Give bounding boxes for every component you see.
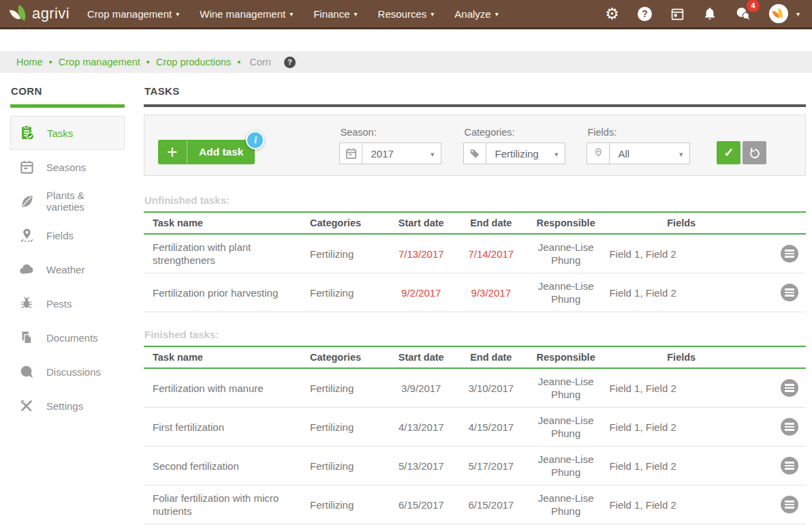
- calendar-icon[interactable]: [670, 7, 685, 21]
- table-row[interactable]: Fertilization prior harvesting Fertilizi…: [144, 273, 806, 312]
- nav-item-wine-management[interactable]: Wine management: [200, 8, 293, 20]
- row-menu-icon[interactable]: [781, 457, 798, 475]
- start-date-cell: 3/9/2017: [386, 368, 457, 408]
- page-help-icon[interactable]: [284, 57, 296, 68]
- add-task-button[interactable]: Add task: [158, 140, 255, 164]
- fields-cell: Field 1, Field 2: [606, 234, 756, 273]
- breadcrumb-link-home[interactable]: Home: [16, 57, 43, 68]
- chevron-down-icon: [679, 147, 690, 160]
- refresh-button[interactable]: [743, 141, 766, 164]
- responsible-cell: Jeanne-Lise Phung: [525, 485, 607, 524]
- start-date-cell: 4/13/2017: [386, 408, 457, 447]
- breadcrumb-link-crop-productions[interactable]: Crop productions: [156, 57, 231, 68]
- filter-action-buttons: [717, 141, 766, 164]
- task-name-cell: Second fertilization: [144, 447, 307, 485]
- responsible-cell: Jeanne-Lise Phung: [525, 447, 607, 485]
- categories-select[interactable]: Fertilizing: [463, 142, 565, 164]
- sidebar-item-settings[interactable]: Settings: [10, 389, 125, 423]
- sidebar-item-discussions[interactable]: Discussions: [10, 355, 125, 389]
- section-heading: Unfinished tasks:: [144, 194, 806, 206]
- table-row[interactable]: Foliar fertilization with micro nutrient…: [144, 485, 806, 524]
- task-name-cell: Fertilization prior harvesting: [144, 273, 307, 312]
- start-date-cell: 7/13/2017: [386, 234, 457, 273]
- row-action-cell: [756, 485, 806, 524]
- messages-icon[interactable]: 4: [735, 6, 751, 22]
- table-row[interactable]: Second fertilization Fertilizing 5/13/20…: [144, 447, 806, 485]
- task-name-cell: Fertilization with manure: [144, 368, 307, 408]
- column-header: Fields: [606, 212, 756, 234]
- agrivi-leaves-icon: [10, 4, 30, 23]
- row-menu-icon[interactable]: [781, 496, 798, 513]
- row-action-cell: [756, 408, 806, 447]
- calendar-icon: [340, 143, 362, 164]
- row-action-cell: [756, 273, 806, 312]
- categories-label: Categories:: [464, 127, 565, 138]
- row-action-cell: [756, 234, 806, 273]
- row-menu-icon[interactable]: [781, 379, 798, 397]
- bell-icon[interactable]: [703, 7, 717, 20]
- fields-cell: Field 1, Field 2: [606, 368, 756, 408]
- row-menu-icon[interactable]: [781, 284, 798, 301]
- row-menu-icon[interactable]: [781, 245, 798, 262]
- table-row[interactable]: Fertilization with plant strengtheners F…: [144, 234, 806, 273]
- chevron-down-icon: [431, 147, 441, 160]
- tools-icon: [18, 397, 35, 414]
- category-cell: Fertilizing: [307, 485, 386, 524]
- nav-item-finance[interactable]: Finance: [313, 8, 357, 20]
- column-header: Categories: [307, 346, 386, 368]
- tasks-table: Task nameCategoriesStart dateEnd dateRes…: [144, 211, 806, 312]
- nav-item-crop-management[interactable]: Crop management: [87, 8, 179, 20]
- sidebar: CORN Tasks Seasons Plants & varieties Fi: [10, 73, 125, 524]
- column-header: Categories: [307, 212, 386, 234]
- fields-value: All: [610, 148, 678, 160]
- tag-icon: [464, 143, 486, 164]
- table-row[interactable]: Fertilization with manure Fertilizing 3/…: [144, 368, 806, 408]
- row-menu-icon[interactable]: [781, 418, 798, 436]
- sidebar-item-seasons[interactable]: Seasons: [10, 150, 125, 184]
- column-header: End date: [457, 346, 525, 368]
- sidebar-item-weather[interactable]: Weather: [10, 252, 125, 286]
- agrivi-logo[interactable]: agrivi: [10, 4, 69, 23]
- task-section: Unfinished tasks: Task nameCategoriesSta…: [144, 194, 806, 312]
- sidebar-item-tasks[interactable]: Tasks: [10, 116, 125, 150]
- gear-icon[interactable]: [605, 6, 619, 22]
- sidebar-item-plants-varieties[interactable]: Plants & varieties: [10, 184, 125, 218]
- table-header-row: Task nameCategoriesStart dateEnd dateRes…: [144, 346, 806, 368]
- tasks-icon: [19, 125, 35, 141]
- breadcrumb-current-page: Corn: [249, 57, 270, 68]
- season-select[interactable]: 2017: [339, 142, 441, 164]
- unread-messages-badge: 4: [747, 0, 760, 12]
- nav-item-resources[interactable]: Resources: [378, 8, 435, 20]
- breadcrumb-link-crop-management[interactable]: Crop management: [59, 57, 140, 68]
- sidebar-item-label: Pests: [46, 298, 72, 310]
- season-label: Season:: [340, 127, 441, 138]
- sidebar-item-fields[interactable]: Fields: [10, 218, 125, 252]
- sidebar-item-pests[interactable]: Pests: [10, 286, 125, 320]
- end-date-cell: 7/14/2017: [457, 234, 525, 273]
- end-date-cell: 9/3/2017: [457, 273, 525, 312]
- task-name-cell: Fertilization with plant strengtheners: [144, 234, 307, 273]
- user-menu[interactable]: [769, 4, 800, 23]
- add-task-group: Add task: [158, 140, 255, 164]
- task-name-cell: Foliar fertilization with micro nutrient…: [144, 485, 307, 524]
- column-header: Task name: [144, 212, 307, 234]
- end-date-cell: 5/17/2017: [457, 447, 525, 485]
- category-cell: Fertilizing: [307, 234, 386, 273]
- table-row[interactable]: First fertilization Fertilizing 4/13/201…: [144, 408, 806, 447]
- category-cell: Fertilizing: [307, 273, 386, 312]
- category-cell: Fertilizing: [307, 408, 386, 447]
- chevron-down-icon: [555, 147, 565, 160]
- fields-cell: Field 1, Field 2: [606, 273, 756, 312]
- plus-icon: [158, 140, 187, 164]
- category-cell: Fertilizing: [307, 447, 386, 485]
- content-area: CORN Tasks Seasons Plants & varieties Fi: [0, 73, 812, 524]
- column-header: Responsible: [525, 212, 607, 234]
- help-icon[interactable]: [638, 7, 652, 21]
- fields-select[interactable]: All: [587, 142, 690, 164]
- info-badge-icon[interactable]: [246, 131, 264, 149]
- nav-item-analyze[interactable]: Analyze: [454, 8, 498, 20]
- apply-filters-button[interactable]: [717, 141, 740, 164]
- breadcrumb-separator: •: [146, 57, 150, 68]
- column-header: End date: [457, 212, 525, 234]
- sidebar-item-documents[interactable]: Documents: [10, 320, 125, 355]
